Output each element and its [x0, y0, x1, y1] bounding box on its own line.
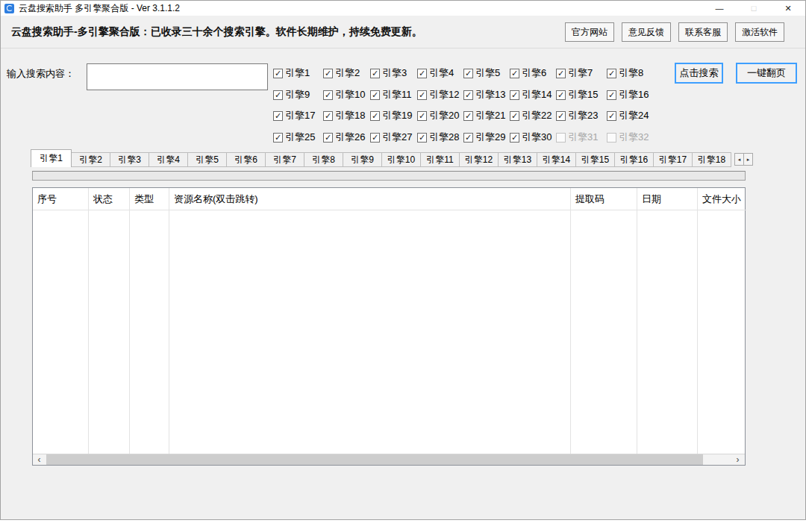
- engine-checkbox-label: 引擎12: [429, 88, 459, 101]
- contact-support-button[interactable]: 联系客服: [678, 22, 728, 42]
- column-header-4[interactable]: 资源名称(双击跳转): [169, 188, 570, 210]
- tab-scroll-buttons: ◂ ▸: [735, 153, 753, 166]
- scrollbar-right-icon[interactable]: ›: [731, 454, 744, 465]
- engine-checkbox-2[interactable]: ✓引擎2: [323, 68, 360, 78]
- engine-checkbox-3[interactable]: ✓引擎3: [370, 68, 407, 78]
- tab-引擎11[interactable]: 引擎11: [420, 152, 460, 167]
- checkbox-icon: ✓: [556, 69, 566, 78]
- engine-checkbox-label: 引擎14: [522, 88, 552, 101]
- tab-引擎10[interactable]: 引擎10: [381, 152, 421, 167]
- engine-checkbox-label: 引擎16: [619, 88, 649, 101]
- engine-checkbox-6[interactable]: ✓引擎6: [510, 68, 546, 78]
- engine-checkbox-31: 引擎31: [556, 132, 598, 143]
- checkbox-icon: ✓: [607, 69, 616, 78]
- page-turn-button[interactable]: 一键翻页: [736, 63, 797, 84]
- engine-checkbox-13[interactable]: ✓引擎13: [463, 90, 505, 100]
- engine-checkbox-18[interactable]: ✓引擎18: [323, 110, 365, 121]
- tab-引擎1[interactable]: 引擎1: [31, 149, 72, 167]
- tab-引擎3[interactable]: 引擎3: [110, 152, 149, 167]
- tab-scroll-right-icon[interactable]: ▸: [743, 153, 753, 166]
- tab-引擎8[interactable]: 引擎8: [304, 152, 343, 167]
- tab-引擎5[interactable]: 引擎5: [187, 152, 227, 167]
- app-window: 云盘搜索助手 多引擎聚合版 - Ver 3.1.1.2 — □ ✕ 云盘搜索助手…: [0, 0, 806, 520]
- engine-checkbox-25[interactable]: ✓引擎25: [273, 132, 315, 143]
- engine-checkbox-label: 引擎1: [285, 66, 310, 80]
- engine-checkbox-21[interactable]: ✓引擎21: [463, 110, 505, 121]
- checkbox-icon: [556, 133, 566, 143]
- engine-checkbox-5[interactable]: ✓引擎5: [463, 68, 500, 78]
- checkbox-icon: ✓: [417, 90, 427, 100]
- column-header-5[interactable]: 提取码: [571, 188, 637, 210]
- window-title: 云盘搜索助手 多引擎聚合版 - Ver 3.1.1.2: [19, 2, 180, 15]
- title-bar: 云盘搜索助手 多引擎聚合版 - Ver 3.1.1.2 — □ ✕: [1, 1, 805, 16]
- engine-checkbox-26[interactable]: ✓引擎26: [323, 132, 365, 143]
- tab-引擎16[interactable]: 引擎16: [614, 152, 654, 167]
- tab-引擎12[interactable]: 引擎12: [459, 152, 499, 167]
- engine-checkbox-28[interactable]: ✓引擎28: [417, 132, 459, 143]
- tab-引擎18[interactable]: 引擎18: [692, 152, 731, 167]
- engine-checkbox-15[interactable]: ✓引擎15: [556, 90, 598, 100]
- tab-引擎6[interactable]: 引擎6: [226, 152, 266, 167]
- scrollbar-left-icon[interactable]: ‹: [33, 454, 46, 465]
- maximize-button[interactable]: □: [737, 1, 771, 16]
- engine-checkbox-11[interactable]: ✓引擎11: [370, 90, 412, 100]
- tab-引擎9[interactable]: 引擎9: [343, 152, 382, 167]
- engine-checkbox-17[interactable]: ✓引擎17: [273, 110, 315, 121]
- close-button[interactable]: ✕: [771, 1, 805, 16]
- engine-checkbox-9[interactable]: ✓引擎9: [273, 90, 310, 100]
- engine-checkbox-22[interactable]: ✓引擎22: [510, 110, 552, 121]
- table-columns: 序号状态类型资源名称(双击跳转)提取码日期文件大小: [33, 188, 745, 454]
- engine-checkbox-10[interactable]: ✓引擎10: [323, 90, 365, 100]
- horizontal-scrollbar[interactable]: ‹ ›: [33, 454, 745, 465]
- checkbox-icon: ✓: [323, 111, 333, 121]
- progress-bar: [32, 171, 746, 181]
- column-header-2[interactable]: 状态: [89, 188, 129, 210]
- search-input[interactable]: [87, 63, 268, 90]
- engine-checkbox-1[interactable]: ✓引擎1: [273, 68, 310, 78]
- column-header-6[interactable]: 日期: [637, 188, 697, 210]
- activate-button[interactable]: 激活软件: [735, 22, 784, 42]
- tab-引擎2[interactable]: 引擎2: [71, 152, 110, 167]
- engine-checkbox-7[interactable]: ✓引擎7: [556, 68, 593, 78]
- checkbox-icon: ✓: [417, 111, 427, 121]
- tab-引擎14[interactable]: 引擎14: [537, 152, 576, 167]
- tab-引擎15[interactable]: 引擎15: [575, 152, 615, 167]
- checkbox-icon: ✓: [463, 69, 473, 78]
- column-header-1[interactable]: 序号: [33, 188, 88, 210]
- column-header-7[interactable]: 文件大小: [698, 188, 746, 210]
- scrollbar-thumb[interactable]: [46, 454, 703, 465]
- engine-checkbox-23[interactable]: ✓引擎23: [556, 110, 598, 121]
- engine-checkbox-label: 引擎3: [382, 66, 407, 80]
- engine-checkbox-27[interactable]: ✓引擎27: [370, 132, 412, 143]
- feedback-button[interactable]: 意见反馈: [622, 22, 671, 42]
- engine-checkbox-20[interactable]: ✓引擎20: [417, 110, 459, 121]
- engine-checkbox-24[interactable]: ✓引擎24: [607, 110, 649, 121]
- engine-checkbox-4[interactable]: ✓引擎4: [417, 68, 454, 78]
- checkbox-icon: ✓: [510, 69, 519, 78]
- minimize-button[interactable]: —: [702, 1, 737, 16]
- tab-引擎7[interactable]: 引擎7: [265, 152, 304, 167]
- engine-checkbox-14[interactable]: ✓引擎14: [510, 90, 552, 100]
- tab-引擎4[interactable]: 引擎4: [149, 152, 188, 167]
- engine-checkbox-label: 引擎15: [568, 88, 598, 101]
- checkbox-icon: ✓: [370, 133, 380, 143]
- engine-checkbox-label: 引擎2: [335, 66, 360, 80]
- checkbox-icon: ✓: [607, 111, 616, 121]
- checkbox-icon: ✓: [370, 111, 380, 121]
- engine-checkbox-19[interactable]: ✓引擎19: [370, 110, 412, 121]
- official-site-button[interactable]: 官方网站: [565, 22, 614, 42]
- checkbox-icon: ✓: [273, 69, 283, 78]
- engine-checkbox-label: 引擎25: [285, 131, 315, 144]
- engine-checkbox-30[interactable]: ✓引擎30: [510, 132, 552, 143]
- column-header-3[interactable]: 类型: [130, 188, 169, 210]
- engine-checkbox-8[interactable]: ✓引擎8: [607, 68, 643, 78]
- tab-引擎17[interactable]: 引擎17: [653, 152, 693, 167]
- engine-checkbox-32: 引擎32: [607, 132, 649, 143]
- search-button[interactable]: 点击搜索: [675, 63, 723, 84]
- engine-checkbox-label: 引擎27: [382, 131, 412, 144]
- header-strip: 云盘搜索助手-多引擎聚合版：已收录三十余个搜索引擎。软件长期维护，持续免费更新。…: [1, 16, 805, 48]
- tab-引擎13[interactable]: 引擎13: [498, 152, 537, 167]
- engine-checkbox-12[interactable]: ✓引擎12: [417, 90, 459, 100]
- engine-checkbox-29[interactable]: ✓引擎29: [463, 132, 505, 143]
- engine-checkbox-16[interactable]: ✓引擎16: [607, 90, 649, 100]
